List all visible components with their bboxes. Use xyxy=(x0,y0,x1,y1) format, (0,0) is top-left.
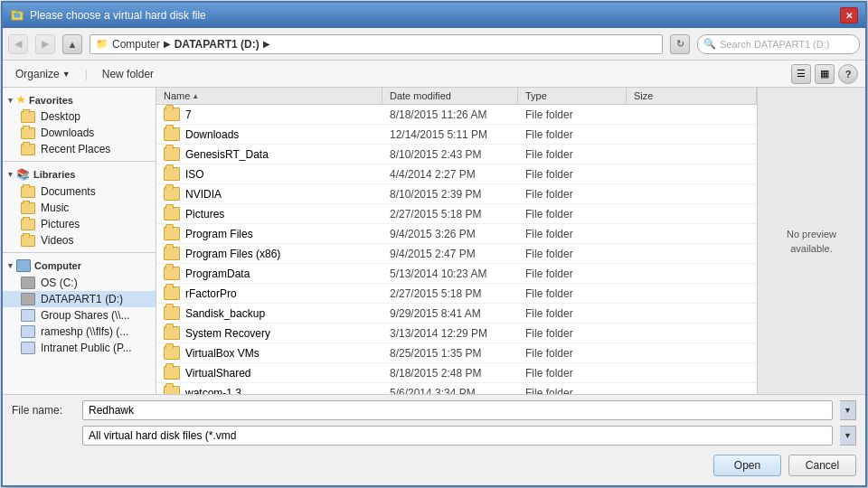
pictures-icon xyxy=(21,219,35,230)
file-name: Pictures xyxy=(185,208,224,221)
file-name: NVIDIA xyxy=(185,188,222,201)
file-type: File folder xyxy=(518,165,627,183)
sidebar-item-documents[interactable]: Documents xyxy=(3,183,156,200)
refresh-button[interactable]: ↻ xyxy=(670,34,690,54)
sidebar-item-videos[interactable]: Videos xyxy=(3,232,156,249)
group-shares-label: Group Shares (\\... xyxy=(41,309,130,322)
lib-icon: 📚 xyxy=(16,168,30,181)
file-date: 8/10/2015 2:43 PM xyxy=(382,145,518,164)
table-row[interactable]: VirtualShared8/18/2015 2:48 PMFile folde… xyxy=(156,363,757,383)
sidebar-item-rameshp[interactable]: rameshp (\\flfs) (... xyxy=(3,324,156,340)
file-type: File folder xyxy=(518,285,627,303)
sidebar-item-recent[interactable]: Recent Places xyxy=(3,141,156,157)
file-type: File folder xyxy=(518,126,627,144)
sidebar-item-desktop[interactable]: Desktop xyxy=(3,108,156,125)
file-date: 3/13/2014 12:29 PM xyxy=(382,324,518,343)
file-date: 9/4/2015 2:47 PM xyxy=(382,245,518,263)
file-type: File folder xyxy=(518,106,627,124)
file-size xyxy=(627,152,757,157)
table-row[interactable]: NVIDIA8/10/2015 2:39 PMFile folder xyxy=(156,184,757,204)
file-name: watcom-1.3 xyxy=(185,387,241,395)
close-button[interactable]: ✕ xyxy=(840,7,858,23)
table-row[interactable]: Program Files9/4/2015 3:26 PMFile folder xyxy=(156,224,757,244)
computer-arrow: ▾ xyxy=(8,261,13,270)
sidebar-item-datapart[interactable]: DATAPART1 (D:) xyxy=(3,291,156,307)
sidebar: ▾ ★ Favorites Desktop Downloads Recent P… xyxy=(3,88,156,394)
table-row[interactable]: ProgramData5/13/2014 10:23 AMFile folder xyxy=(156,264,757,284)
table-row[interactable]: GenesisRT_Data8/10/2015 2:43 PMFile fold… xyxy=(156,145,757,164)
up-button[interactable]: ▲ xyxy=(62,34,82,54)
preview-text1: No preview xyxy=(787,229,836,239)
filename-input[interactable] xyxy=(82,400,833,420)
table-row[interactable]: VirtualBox VMs8/25/2015 1:35 PMFile fold… xyxy=(156,343,757,363)
back-button[interactable]: ◀ xyxy=(8,34,28,54)
file-name: GenesisRT_Data xyxy=(185,148,269,161)
col-header-size[interactable]: Size xyxy=(627,88,757,104)
breadcrumb-computer: Computer xyxy=(112,38,160,51)
col-header-date[interactable]: Date modified xyxy=(382,88,518,104)
search-bar[interactable]: 🔍 Search DATAPART1 (D:) xyxy=(697,34,860,54)
folder-icon xyxy=(164,108,180,121)
file-size xyxy=(627,211,757,217)
file-name: VirtualBox VMs xyxy=(185,347,259,360)
forward-button[interactable]: ▶ xyxy=(35,34,55,54)
favorites-section: ▾ ★ Favorites Desktop Downloads Recent P… xyxy=(3,91,156,157)
intranet-icon xyxy=(21,342,35,354)
col-header-type[interactable]: Type xyxy=(518,88,627,104)
title-bar: Please choose a virtual hard disk file ✕ xyxy=(3,3,865,28)
file-name: 7 xyxy=(185,108,192,121)
sidebar-item-group-shares[interactable]: Group Shares (\\... xyxy=(3,307,156,324)
table-row[interactable]: Program Files (x86)9/4/2015 2:47 PMFile … xyxy=(156,244,757,264)
breadcrumb[interactable]: 📁 Computer ▶ DATAPART1 (D:) ▶ xyxy=(90,34,663,54)
col-header-name[interactable]: Name ▲ xyxy=(156,88,382,104)
table-row[interactable]: Sandisk_backup9/29/2015 8:41 AMFile fold… xyxy=(156,304,757,324)
sort-arrow-icon: ▲ xyxy=(192,92,199,100)
table-row[interactable]: ISO4/4/2014 2:27 PMFile folder xyxy=(156,164,757,184)
open-button[interactable]: Open xyxy=(713,455,781,476)
view-toggle-button[interactable]: ▦ xyxy=(815,64,835,84)
svg-rect-1 xyxy=(12,11,16,14)
table-row[interactable]: rFactorPro2/27/2015 5:18 PMFile folder xyxy=(156,284,757,304)
chevron-down-icon: ▼ xyxy=(62,70,71,79)
organize-button[interactable]: Organize ▼ xyxy=(10,66,76,82)
filename-dropdown-button[interactable]: ▼ xyxy=(840,400,856,420)
table-row[interactable]: System Recovery3/13/2014 12:29 PMFile fo… xyxy=(156,324,757,343)
file-size xyxy=(627,192,757,197)
filetype-input[interactable] xyxy=(82,426,833,446)
file-type: File folder xyxy=(518,344,627,362)
libraries-header[interactable]: ▾ 📚 Libraries xyxy=(3,165,156,183)
file-name: Downloads xyxy=(185,128,239,141)
sidebar-item-osc[interactable]: OS (C:) xyxy=(3,275,156,291)
file-date: 5/13/2014 10:23 AM xyxy=(382,265,518,283)
file-date: 5/6/2014 3:34 PM xyxy=(382,384,518,395)
breadcrumb-drive: DATAPART1 (D:) xyxy=(175,38,259,51)
table-row[interactable]: watcom-1.35/6/2014 3:34 PMFile folder xyxy=(156,383,757,394)
osc-label: OS (C:) xyxy=(41,277,78,289)
file-date: 2/27/2015 5:18 PM xyxy=(382,205,518,223)
computer-header[interactable]: ▾ Computer xyxy=(3,257,156,275)
sidebar-item-music[interactable]: Music xyxy=(3,200,156,216)
documents-label: Documents xyxy=(41,185,96,198)
table-row[interactable]: Pictures2/27/2015 5:18 PMFile folder xyxy=(156,204,757,224)
title-text: Please choose a virtual hard disk file xyxy=(30,9,206,22)
table-row[interactable]: 78/18/2015 11:26 AMFile folder xyxy=(156,105,757,125)
folder-icon xyxy=(164,167,180,181)
view-options-button[interactable]: ☰ xyxy=(791,64,811,84)
recent-folder-icon xyxy=(21,144,35,155)
sidebar-item-intranet[interactable]: Intranet Public (P... xyxy=(3,340,156,356)
favorites-header[interactable]: ▾ ★ Favorites xyxy=(3,91,156,108)
cancel-button[interactable]: Cancel xyxy=(788,455,856,476)
rameshp-label: rameshp (\\flfs) (... xyxy=(41,325,128,338)
osc-drive-icon xyxy=(21,277,35,289)
file-size xyxy=(627,291,757,296)
sidebar-item-downloads[interactable]: Downloads xyxy=(3,125,156,141)
file-name: rFactorPro xyxy=(185,287,237,300)
filetype-dropdown-button[interactable]: ▼ xyxy=(840,426,856,446)
help-button[interactable]: ? xyxy=(838,64,858,84)
new-folder-button[interactable]: New folder xyxy=(97,66,159,82)
folder-icon xyxy=(164,346,180,360)
folder-icon xyxy=(164,247,180,260)
bottom-bar: File name: ▼ ▼ Open Cancel xyxy=(3,394,865,485)
sidebar-item-pictures[interactable]: Pictures xyxy=(3,216,156,232)
table-row[interactable]: Downloads12/14/2015 5:11 PMFile folder xyxy=(156,125,757,145)
